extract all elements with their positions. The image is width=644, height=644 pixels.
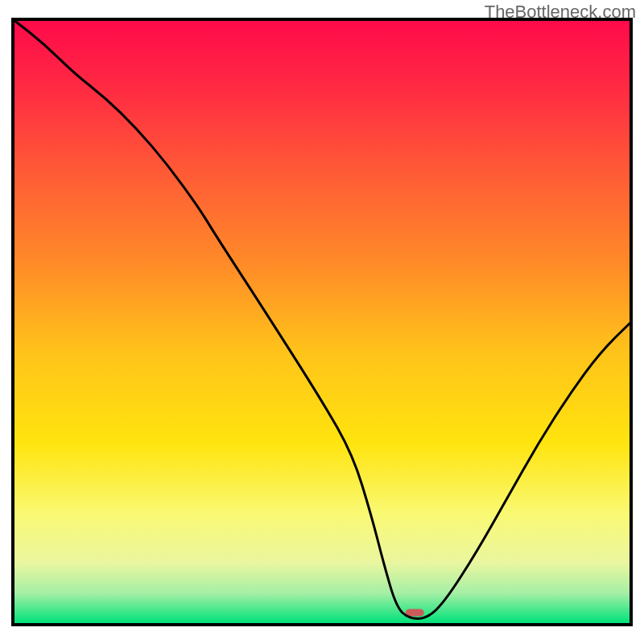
bottleneck-marker bbox=[406, 609, 424, 616]
bottleneck-chart: TheBottleneck.com bbox=[0, 0, 644, 644]
chart-background bbox=[14, 21, 630, 623]
chart-svg bbox=[0, 0, 644, 644]
watermark-text: TheBottleneck.com bbox=[485, 2, 636, 23]
